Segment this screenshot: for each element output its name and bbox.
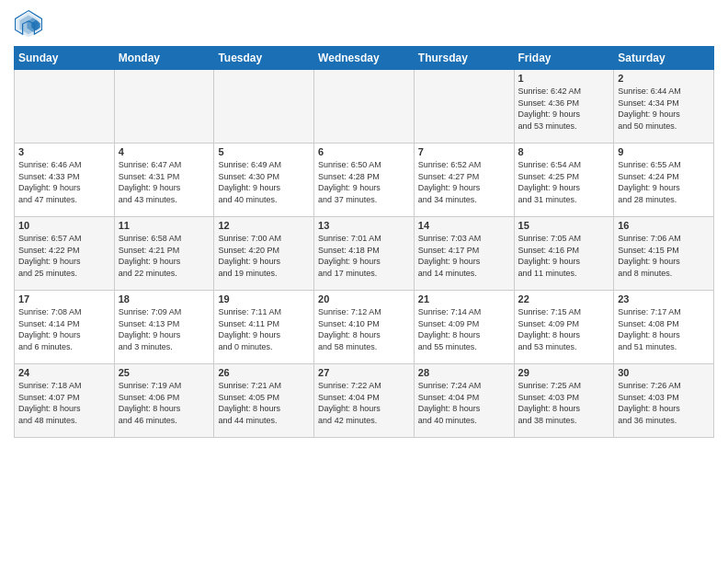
calendar-cell: [114, 70, 214, 144]
calendar-cell: 12Sunrise: 7:00 AM Sunset: 4:20 PM Dayli…: [214, 217, 314, 291]
header-friday: Friday: [514, 47, 614, 70]
day-number: 9: [618, 146, 710, 157]
calendar-cell: [314, 70, 415, 144]
week-row-4: 17Sunrise: 7:08 AM Sunset: 4:14 PM Dayli…: [15, 291, 714, 364]
day-info: Sunrise: 7:24 AM Sunset: 4:04 PM Dayligh…: [418, 380, 510, 426]
calendar-cell: 20Sunrise: 7:12 AM Sunset: 4:10 PM Dayli…: [314, 291, 415, 364]
day-info: Sunrise: 7:18 AM Sunset: 4:07 PM Dayligh…: [18, 380, 110, 426]
header: [14, 9, 714, 39]
calendar-header-row: SundayMondayTuesdayWednesdayThursdayFrid…: [15, 47, 714, 70]
day-number: 26: [218, 367, 310, 378]
day-number: 1: [518, 73, 610, 84]
day-number: 28: [418, 367, 510, 378]
calendar-cell: 10Sunrise: 6:57 AM Sunset: 4:22 PM Dayli…: [15, 217, 115, 291]
calendar-cell: 18Sunrise: 7:09 AM Sunset: 4:13 PM Dayli…: [114, 291, 214, 364]
day-info: Sunrise: 6:57 AM Sunset: 4:22 PM Dayligh…: [18, 233, 110, 279]
day-info: Sunrise: 6:55 AM Sunset: 4:24 PM Dayligh…: [618, 159, 710, 205]
day-info: Sunrise: 7:03 AM Sunset: 4:17 PM Dayligh…: [418, 233, 510, 279]
logo-icon: [14, 9, 43, 39]
day-info: Sunrise: 7:19 AM Sunset: 4:06 PM Dayligh…: [119, 380, 210, 426]
calendar-cell: 16Sunrise: 7:06 AM Sunset: 4:15 PM Dayli…: [614, 217, 714, 291]
day-info: Sunrise: 7:12 AM Sunset: 4:10 PM Dayligh…: [318, 306, 410, 352]
calendar-cell: 1Sunrise: 6:42 AM Sunset: 4:36 PM Daylig…: [514, 70, 614, 144]
day-info: Sunrise: 6:47 AM Sunset: 4:31 PM Dayligh…: [119, 159, 210, 205]
day-info: Sunrise: 6:54 AM Sunset: 4:25 PM Dayligh…: [518, 159, 610, 205]
day-number: 8: [518, 146, 610, 157]
day-info: Sunrise: 7:25 AM Sunset: 4:03 PM Dayligh…: [518, 380, 610, 426]
day-number: 2: [618, 73, 710, 84]
day-info: Sunrise: 7:21 AM Sunset: 4:05 PM Dayligh…: [218, 380, 310, 426]
calendar-cell: [15, 70, 115, 144]
day-info: Sunrise: 7:22 AM Sunset: 4:04 PM Dayligh…: [318, 380, 410, 426]
day-info: Sunrise: 7:17 AM Sunset: 4:08 PM Dayligh…: [618, 306, 710, 352]
calendar-cell: 6Sunrise: 6:50 AM Sunset: 4:28 PM Daylig…: [314, 144, 415, 217]
calendar-cell: 29Sunrise: 7:25 AM Sunset: 4:03 PM Dayli…: [514, 364, 614, 438]
day-number: 13: [318, 220, 410, 231]
day-number: 22: [518, 293, 610, 304]
day-info: Sunrise: 6:49 AM Sunset: 4:30 PM Dayligh…: [218, 159, 310, 205]
day-number: 6: [318, 146, 410, 157]
calendar-cell: 25Sunrise: 7:19 AM Sunset: 4:06 PM Dayli…: [114, 364, 214, 438]
day-number: 3: [18, 146, 110, 157]
calendar-cell: 30Sunrise: 7:26 AM Sunset: 4:03 PM Dayli…: [614, 364, 714, 438]
header-sunday: Sunday: [15, 47, 115, 70]
header-tuesday: Tuesday: [214, 47, 314, 70]
calendar-cell: [214, 70, 314, 144]
header-monday: Monday: [114, 47, 214, 70]
calendar-cell: 21Sunrise: 7:14 AM Sunset: 4:09 PM Dayli…: [414, 291, 514, 364]
day-number: 11: [119, 220, 210, 231]
calendar-cell: [414, 70, 514, 144]
day-info: Sunrise: 7:06 AM Sunset: 4:15 PM Dayligh…: [618, 233, 710, 279]
calendar: SundayMondayTuesdayWednesdayThursdayFrid…: [14, 46, 714, 438]
day-number: 4: [119, 146, 210, 157]
calendar-cell: 27Sunrise: 7:22 AM Sunset: 4:04 PM Dayli…: [314, 364, 415, 438]
header-thursday: Thursday: [414, 47, 514, 70]
week-row-1: 1Sunrise: 6:42 AM Sunset: 4:36 PM Daylig…: [15, 70, 714, 144]
calendar-cell: 2Sunrise: 6:44 AM Sunset: 4:34 PM Daylig…: [614, 70, 714, 144]
calendar-cell: 17Sunrise: 7:08 AM Sunset: 4:14 PM Dayli…: [15, 291, 115, 364]
calendar-cell: 19Sunrise: 7:11 AM Sunset: 4:11 PM Dayli…: [214, 291, 314, 364]
week-row-2: 3Sunrise: 6:46 AM Sunset: 4:33 PM Daylig…: [15, 144, 714, 217]
page: SundayMondayTuesdayWednesdayThursdayFrid…: [0, 0, 728, 563]
day-number: 18: [119, 293, 210, 304]
day-number: 27: [318, 367, 410, 378]
day-info: Sunrise: 7:05 AM Sunset: 4:16 PM Dayligh…: [518, 233, 610, 279]
day-number: 7: [418, 146, 510, 157]
calendar-cell: 4Sunrise: 6:47 AM Sunset: 4:31 PM Daylig…: [114, 144, 214, 217]
day-info: Sunrise: 7:26 AM Sunset: 4:03 PM Dayligh…: [618, 380, 710, 426]
day-number: 24: [18, 367, 110, 378]
header-wednesday: Wednesday: [314, 47, 415, 70]
day-number: 25: [119, 367, 210, 378]
calendar-cell: 11Sunrise: 6:58 AM Sunset: 4:21 PM Dayli…: [114, 217, 214, 291]
calendar-cell: 23Sunrise: 7:17 AM Sunset: 4:08 PM Dayli…: [614, 291, 714, 364]
calendar-cell: 9Sunrise: 6:55 AM Sunset: 4:24 PM Daylig…: [614, 144, 714, 217]
calendar-cell: 22Sunrise: 7:15 AM Sunset: 4:09 PM Dayli…: [514, 291, 614, 364]
calendar-cell: 5Sunrise: 6:49 AM Sunset: 4:30 PM Daylig…: [214, 144, 314, 217]
day-info: Sunrise: 7:09 AM Sunset: 4:13 PM Dayligh…: [119, 306, 210, 352]
day-info: Sunrise: 6:58 AM Sunset: 4:21 PM Dayligh…: [119, 233, 210, 279]
calendar-cell: 15Sunrise: 7:05 AM Sunset: 4:16 PM Dayli…: [514, 217, 614, 291]
day-info: Sunrise: 6:50 AM Sunset: 4:28 PM Dayligh…: [318, 159, 410, 205]
day-number: 30: [618, 367, 710, 378]
day-number: 10: [18, 220, 110, 231]
day-info: Sunrise: 7:11 AM Sunset: 4:11 PM Dayligh…: [218, 306, 310, 352]
calendar-cell: 8Sunrise: 6:54 AM Sunset: 4:25 PM Daylig…: [514, 144, 614, 217]
day-number: 20: [318, 293, 410, 304]
day-info: Sunrise: 7:08 AM Sunset: 4:14 PM Dayligh…: [18, 306, 110, 352]
day-info: Sunrise: 7:15 AM Sunset: 4:09 PM Dayligh…: [518, 306, 610, 352]
day-number: 17: [18, 293, 110, 304]
day-number: 19: [218, 293, 310, 304]
week-row-5: 24Sunrise: 7:18 AM Sunset: 4:07 PM Dayli…: [15, 364, 714, 438]
calendar-cell: 14Sunrise: 7:03 AM Sunset: 4:17 PM Dayli…: [414, 217, 514, 291]
day-number: 12: [218, 220, 310, 231]
day-number: 16: [618, 220, 710, 231]
calendar-cell: 3Sunrise: 6:46 AM Sunset: 4:33 PM Daylig…: [15, 144, 115, 217]
day-info: Sunrise: 6:46 AM Sunset: 4:33 PM Dayligh…: [18, 159, 110, 205]
header-saturday: Saturday: [614, 47, 714, 70]
day-info: Sunrise: 6:44 AM Sunset: 4:34 PM Dayligh…: [618, 86, 710, 132]
day-number: 23: [618, 293, 710, 304]
day-info: Sunrise: 7:14 AM Sunset: 4:09 PM Dayligh…: [418, 306, 510, 352]
day-info: Sunrise: 6:52 AM Sunset: 4:27 PM Dayligh…: [418, 159, 510, 205]
day-number: 5: [218, 146, 310, 157]
day-info: Sunrise: 7:00 AM Sunset: 4:20 PM Dayligh…: [218, 233, 310, 279]
